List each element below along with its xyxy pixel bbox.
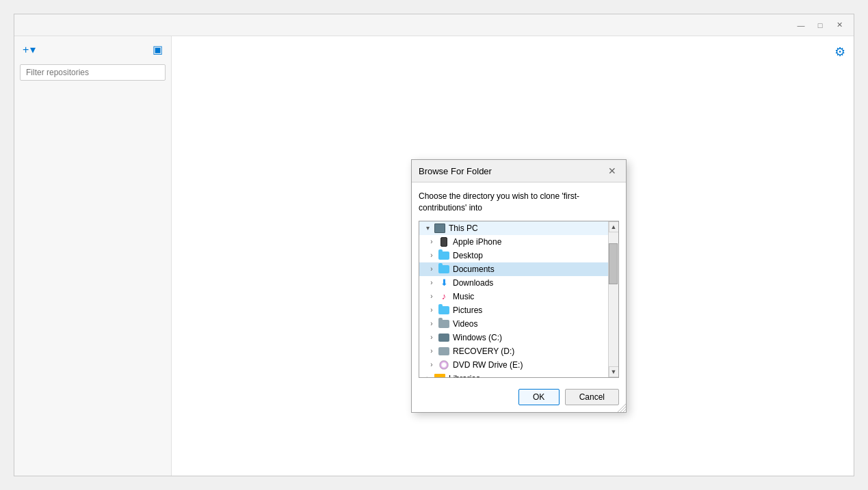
svg-line-2 [623,409,626,412]
cancel-button[interactable]: Cancel [565,389,619,405]
main-content: g a repository. ⚙ Browse For Folder ✕ Ch… [172,36,854,476]
tree-item-label: Downloads [453,278,493,288]
folder-tree-container: ▾ This PC › [419,221,619,378]
libraries-icon [433,374,447,377]
tree-item-label: Documents [453,264,495,274]
filter-repositories-input[interactable] [20,64,166,81]
music-icon: ♪ [437,291,451,301]
dialog-footer: OK Cancel [412,383,626,412]
folder-icon [437,306,451,314]
chevron-right-icon: › [426,265,437,273]
tree-item-apple-iphone[interactable]: › Apple iPhone [419,235,608,249]
app-body: + ▾ ▣ g a repository. ⚙ Browse For Folde… [14,36,854,476]
tree-item-music[interactable]: › ♪ Music [419,290,608,303]
svg-line-1 [620,407,626,412]
add-dropdown-icon: ▾ [30,43,36,56]
chevron-right-icon: › [426,292,437,300]
dialog-body: Choose the directory you wish to clone '… [412,182,626,383]
maximize-button[interactable]: □ [811,18,829,33]
close-button[interactable]: ✕ [830,18,848,33]
title-bar: — □ ✕ [14,14,854,36]
tree-item-downloads[interactable]: › ⬇ Downloads [419,276,608,290]
dialog-description: Choose the directory you wish to clone '… [419,191,619,214]
scrollbar: ▲ ▼ [608,221,618,377]
dvd-icon [437,360,451,370]
folder-icon [437,320,451,328]
scroll-down-button[interactable]: ▼ [609,366,619,377]
chevron-right-icon: › [426,347,437,355]
app-window: — □ ✕ + ▾ ▣ g a repository. ⚙ [14,14,854,476]
toggle-sidebar-button[interactable]: ▣ [150,42,166,57]
add-icon: + [23,44,29,56]
tree-item-dvd-e[interactable]: › DVD RW Drive (E:) [419,358,608,372]
tree-item-libraries[interactable]: › Libraries [419,372,608,377]
tree-item-label: Libraries [449,374,480,377]
folder-tree: ▾ This PC › [419,221,608,377]
tree-item-label: Videos [453,319,477,329]
drive-icon [437,347,451,355]
tree-item-label: RECOVERY (D:) [453,346,514,356]
download-icon: ⬇ [437,277,451,288]
folder-icon [437,265,451,273]
chevron-right-icon: › [422,375,433,377]
tree-item-pictures[interactable]: › Pictures [419,303,608,317]
pc-icon [433,223,447,233]
browse-for-folder-dialog: Browse For Folder ✕ Choose the directory… [411,159,627,413]
tree-item-this-pc[interactable]: ▾ This PC [419,221,608,235]
dialog-title: Browse For Folder [419,166,492,176]
drive-icon [437,334,451,342]
sidebar-toolbar: + ▾ ▣ [20,42,166,57]
resize-grip[interactable] [618,404,626,412]
tree-item-label: Apple iPhone [453,237,501,247]
sidebar: + ▾ ▣ [14,36,172,476]
chevron-right-icon: › [426,334,437,341]
tree-item-label: Desktop [453,251,483,260]
tree-item-desktop[interactable]: › Desktop [419,249,608,262]
chevron-right-icon: › [426,320,437,327]
chevron-right-icon: › [426,251,437,259]
folder-icon [437,251,451,260]
tree-item-label: Pictures [453,305,482,315]
chevron-right-icon: › [426,361,437,368]
tree-item-label: Music [453,292,474,301]
tree-item-recovery-d[interactable]: › RECOVERY (D:) [419,344,608,358]
tree-item-label: This PC [449,223,478,233]
scroll-up-button[interactable]: ▲ [609,221,619,232]
chevron-right-icon: › [426,306,437,314]
minimize-button[interactable]: — [792,18,810,33]
phone-icon [437,237,451,247]
tree-item-documents[interactable]: › Documents [419,262,608,276]
tree-item-windows-c[interactable]: › Windows (C:) [419,331,608,344]
ok-button[interactable]: OK [518,389,560,405]
tree-item-label: Windows (C:) [453,333,502,342]
tree-item-label: DVD RW Drive (E:) [453,360,523,370]
scrollbar-thumb[interactable] [609,243,618,284]
settings-button[interactable]: ⚙ [834,44,845,59]
chevron-right-icon: › [426,279,437,286]
dialog-close-button[interactable]: ✕ [605,164,619,178]
add-repository-button[interactable]: + ▾ [20,42,38,57]
tree-item-videos[interactable]: › Videos [419,317,608,331]
chevron-right-icon: › [426,238,437,245]
title-bar-controls: — □ ✕ [792,18,848,33]
chevron-down-icon: ▾ [422,224,433,232]
dialog-titlebar: Browse For Folder ✕ [412,160,626,182]
